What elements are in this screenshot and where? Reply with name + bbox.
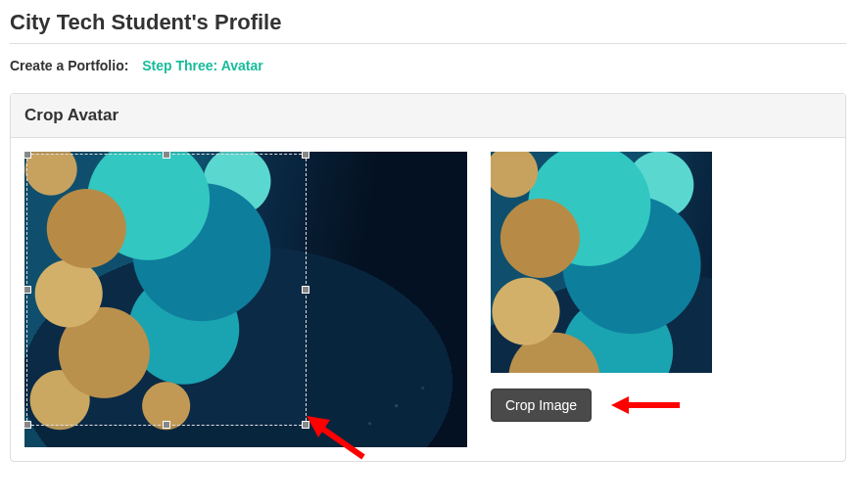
panel-body: Crop Image [11,138,845,461]
panel-header: Crop Avatar [11,94,845,138]
satellite-image-preview [491,152,712,373]
crop-handle-s[interactable] [163,421,170,429]
crop-avatar-panel: Crop Avatar Crop Image [10,93,846,462]
step-link-avatar[interactable]: Step Three: Avatar [142,58,262,73]
crop-handle-w[interactable] [24,286,31,294]
crop-handle-ne[interactable] [302,152,309,159]
crop-image-button[interactable]: Crop Image [491,389,592,422]
svg-marker-1 [611,396,629,414]
crop-handle-e[interactable] [302,286,309,294]
step-label: Create a Portfolio: [10,58,128,73]
crop-handle-sw[interactable] [24,421,31,429]
preview-column: Crop Image [491,152,712,422]
step-row: Create a Portfolio: Step Three: Avatar [10,58,846,73]
crop-handle-nw[interactable] [24,152,31,159]
crop-selection-box[interactable] [26,154,307,426]
crop-preview-image [491,152,712,373]
annotation-arrow-icon [611,392,680,418]
divider [10,43,846,44]
crop-handle-n[interactable] [163,152,170,159]
crop-source-image[interactable] [24,152,467,447]
page-title: City Tech Student's Profile [10,10,846,35]
crop-handle-se[interactable] [302,421,309,429]
